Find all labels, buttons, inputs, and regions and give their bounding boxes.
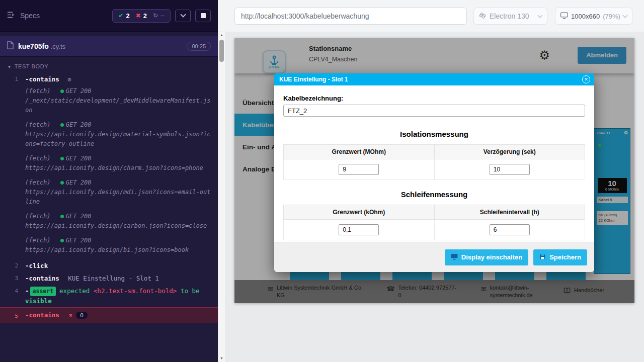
command-row-contains-3[interactable]: 3 -contains KUE Einstellung - Slot 1 [0, 272, 218, 285]
chevron-down-icon [623, 13, 628, 18]
scroll-up-icon[interactable]: ▲ [218, 32, 225, 39]
spec-file-icon [7, 41, 14, 51]
url-input[interactable] [234, 8, 467, 25]
save-button[interactable]: Speichern [533, 249, 587, 265]
isolation-section-title: Isolationsmessung [283, 130, 585, 138]
status-dot-icon [60, 215, 64, 218]
modal-footer: Display einschalten Speichern [274, 242, 594, 272]
app-under-test: LITTWIN Stationsname CPLV4_Maschen ⚙ Abm… [234, 38, 634, 303]
viewport-size: 1000x660 [571, 13, 600, 20]
kue-settings-modal: KUE Einstellung - Slot 1 ✕ Kabelbezeichn… [274, 73, 594, 272]
fetch-status: GET 200 [66, 179, 92, 186]
status-dot-icon [60, 239, 64, 242]
assert-visible: visible [25, 297, 52, 305]
fetch-url: https://api.iconify.design/material-symb… [25, 131, 210, 147]
fetch-label: (fetch) [25, 213, 51, 220]
collapse-runner-button[interactable] [175, 10, 191, 22]
floppy-icon [539, 253, 546, 261]
specs-menu-icon[interactable] [7, 11, 16, 21]
electron-icon [479, 12, 486, 21]
fetch-status: GET 200 [66, 155, 92, 162]
iso-col-limit: Grenzwert (MOhm) [284, 145, 435, 159]
stat-pending: ↻ -- [153, 12, 165, 19]
assert-selector: <h2.text-sm.font-bold> [94, 287, 177, 295]
fetch-url: https://api.iconify.design/carbon.json?i… [25, 222, 207, 229]
fetch-label: (fetch) [25, 237, 51, 244]
assert-to-be: to be [181, 287, 200, 295]
iso-delay-input[interactable] [490, 164, 530, 175]
passed-count: 2 [126, 12, 129, 20]
fetch-status: GET 200 [66, 87, 92, 95]
command-row-contains-failed[interactable]: 5 -contains ✖ 0 [0, 307, 218, 323]
monitor-icon [560, 12, 568, 21]
browser-name: Electron 130 [490, 12, 529, 20]
fetch-url: https://api.iconify.design/bi.json?icons… [25, 246, 189, 253]
fail-cross-icon: ✖ [69, 312, 72, 319]
spec-extension: .cy.ts [51, 43, 65, 50]
test-body-toggle[interactable]: ▾ TEST BODY [0, 57, 218, 73]
reporter-scrollbar[interactable]: ▲ ▼ [218, 32, 225, 362]
viewport-zoom: (79%) [603, 13, 620, 20]
command-name: -contains [25, 275, 59, 282]
loop-section-title: Schleifenmessung [283, 190, 585, 199]
command-number: 1 [0, 74, 25, 82]
stop-tests-button[interactable] [195, 10, 211, 22]
status-dot-icon [60, 157, 64, 160]
fetch-log-row[interactable]: (fetch) GET 200 /_next/static/developmen… [0, 86, 218, 120]
stat-passed: ✔ 2 [118, 12, 129, 20]
test-stats: ✔ 2 ✖ 2 ↻ -- [112, 9, 171, 23]
loop-limit-input[interactable] [339, 224, 379, 235]
command-number: 4 [0, 286, 25, 294]
command-number: 5 [0, 311, 25, 319]
fetch-log-row[interactable]: (fetch) GET 200 https://api.iconify.desi… [0, 211, 218, 235]
fetch-status: GET 200 [66, 213, 92, 220]
isolation-table: Grenzwert (MOhm) Verzögerung (sek) [283, 144, 585, 180]
spec-header[interactable]: kue705fo .cy.ts 00:25 [0, 36, 218, 57]
fetch-url: https://api.iconify.design/charm.json?ic… [25, 164, 203, 171]
fetch-log-row[interactable]: (fetch) GET 200 https://api.iconify.desi… [0, 153, 218, 177]
modal-header: KUE Einstellung - Slot 1 ✕ [274, 73, 594, 85]
spec-timer: 00:25 [187, 42, 211, 51]
close-icon[interactable]: ✕ [582, 75, 590, 83]
fetch-log-row[interactable]: (fetch) GET 200 https://api.iconify.desi… [0, 235, 218, 259]
display-on-button[interactable]: Display einschalten [445, 249, 528, 265]
iso-col-delay: Verzögerung (sek) [434, 145, 585, 159]
fetch-log-row[interactable]: (fetch) GET 200 https://api.iconify.desi… [0, 177, 218, 211]
loop-interval-input[interactable] [490, 224, 530, 235]
loop-col-interval: Schleifenintervall (h) [434, 205, 585, 220]
status-dot-icon [60, 89, 64, 93]
scrollbar-thumb[interactable] [219, 40, 224, 62]
command-name: -contains [25, 75, 59, 83]
status-dot-icon [60, 123, 64, 127]
fetch-label: (fetch) [25, 87, 51, 95]
fetch-log-row[interactable]: (fetch) GET 200 https://api.iconify.desi… [0, 120, 218, 153]
reporter-topbar: Specs ✔ 2 ✖ 2 ↻ -- [0, 0, 218, 32]
fetch-url: https://api.iconify.design/mdi.json?icon… [25, 189, 210, 205]
cable-name-input[interactable] [283, 105, 585, 117]
cypress-reporter: Specs ✔ 2 ✖ 2 ↻ -- kue705fo .cy.t [0, 0, 218, 362]
chevron-down-icon [180, 12, 186, 17]
command-name: -click [25, 262, 48, 269]
section-chevron-icon: ▾ [8, 64, 11, 69]
specs-label[interactable]: Specs [20, 12, 40, 20]
fetch-label: (fetch) [25, 121, 51, 128]
iso-limit-input[interactable] [339, 164, 379, 175]
assert-dash: - [25, 287, 29, 295]
viewport-select[interactable]: 1000x660 (79%) [555, 8, 632, 25]
test-body-label: TEST BODY [15, 63, 49, 69]
cross-icon: ✖ [136, 12, 141, 19]
command-row-contains-1[interactable]: 1 -contains ⚙ [0, 73, 218, 86]
monitor-icon [451, 253, 458, 261]
browser-select[interactable]: Electron 130 [473, 8, 547, 25]
stat-failed: ✖ 2 [136, 12, 147, 20]
loop-table: Grenzwert (kOhm) Schleifenintervall (h) [283, 205, 585, 240]
check-icon: ✔ [118, 12, 123, 19]
scroll-down-icon[interactable]: ▼ [218, 355, 225, 362]
fetch-label: (fetch) [25, 179, 51, 186]
command-row-assert[interactable]: 4 -assertexpected <h2.text-sm.font-bold>… [0, 285, 218, 307]
fetch-status: GET 200 [66, 121, 92, 128]
modal-body: Kabelbezeichnung: Isolationsmessung Gren… [274, 85, 594, 240]
assert-badge: assert [30, 287, 56, 296]
command-number: 3 [0, 274, 25, 282]
command-row-click[interactable]: 2 -click [0, 259, 218, 272]
